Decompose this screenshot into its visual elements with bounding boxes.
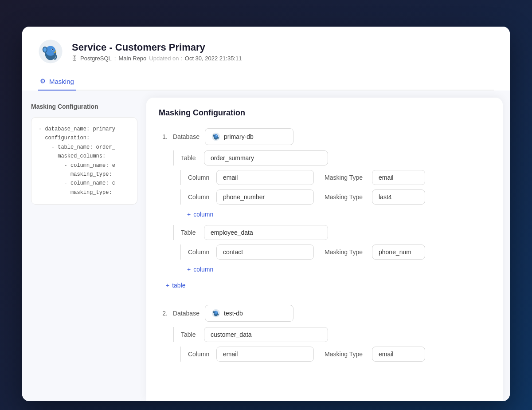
masking-field-1-1[interactable]: email [372,170,425,185]
add-table-btn-1[interactable]: + table [166,280,490,291]
masking-field-2-1[interactable]: phone_num [372,244,425,260]
svg-point-15 [213,311,215,313]
updated-value: Oct 30, 2022 21:35:11 [185,55,242,62]
table-label-3: Table [181,331,199,338]
svg-point-16 [216,311,217,312]
add-column-label-2: column [193,266,213,273]
tab-masking[interactable]: ⚙ Masking [38,73,76,91]
tabs: ⚙ Masking [38,73,494,91]
add-table-label-1: table [172,282,185,289]
column-field-2-1[interactable]: contact [216,244,314,260]
column-field-3-1[interactable]: email [216,347,314,362]
column-label-1-2: Column [188,193,211,201]
main-card: Service - Customers Primary 🗄 PostgreSQL… [22,27,510,401]
masking-field-3-1[interactable]: email [372,347,425,362]
table-block-3: Table customer_data Column email Masking… [173,327,490,362]
column-label-1-1: Column [188,174,211,181]
left-panel: Masking Configuration - database_name: p… [22,91,146,401]
content-area: Masking Configuration - database_name: p… [22,91,510,401]
yaml-line: masked_columns: [39,152,130,161]
add-column-btn-1[interactable]: + column [187,209,490,220]
yaml-line: - column_name: c [39,179,130,188]
separator: : [114,55,116,62]
table-block-2: Table employee_data Column contact Maski… [173,225,490,275]
right-panel: Masking Configuration 1. Database [146,98,503,401]
yaml-line: masking_type: [39,188,130,197]
yaml-card: - database_name: primary configuration: … [31,117,137,205]
right-panel-title: Masking Configuration [159,108,490,118]
column-field-1-1[interactable]: email [216,170,314,185]
tab-masking-label: Masking [49,78,74,85]
yaml-line: configuration: [39,134,130,142]
db-elephant-icon-2 [211,309,220,318]
plus-icon-col-1: + [187,211,191,218]
gear-icon: ⚙ [40,77,46,85]
db-number-1: 1. [159,133,168,140]
db-row-2: 2. Database test-db [159,305,490,322]
db-label-1: Database [173,133,200,140]
svg-point-4 [43,47,47,52]
header-meta: 🗄 PostgreSQL : Main Repo Updated on : Oc… [72,55,242,62]
column-label-2-1: Column [188,248,211,256]
plus-icon-table-1: + [166,282,169,289]
table-row-2: Table employee_data [173,225,490,240]
table-field-1[interactable]: order_summary [204,150,328,166]
add-column-label-1: column [193,211,213,218]
yaml-line: - database_name: primary [39,125,130,134]
masking-label-1-2: Masking Type [325,193,367,201]
db-section-2: 2. Database test-db [159,305,490,362]
db-section-1: 1. Database primary-db [159,128,490,291]
column-field-1-2[interactable]: phone_number [216,189,314,205]
header: Service - Customers Primary 🗄 PostgreSQL… [22,27,510,91]
db-field-1[interactable]: primary-db [205,128,293,145]
column-block-2: Column contact Masking Type phone_num [180,244,490,260]
yaml-line: - table_name: order_ [39,143,130,152]
table-field-3[interactable]: customer_data [204,327,328,342]
table-row-3: Table customer_data [173,327,490,342]
table-label-1: Table [181,154,199,162]
yaml-line: - column_name: e [39,161,130,170]
db-field-2[interactable]: test-db [205,305,293,322]
table-row-1: Table order_summary [173,150,490,166]
table-label-2: Table [181,229,199,236]
table-block-1: Table order_summary Column email Masking… [173,150,490,220]
db-elephant-icon-1 [211,132,220,141]
masking-field-1-2[interactable]: last4 [372,189,425,205]
column-row-1-2: Column phone_number Masking Type last4 [180,189,490,205]
table-field-2[interactable]: employee_data [204,225,328,240]
db-label-2: Database [173,310,200,317]
column-row-2-1: Column contact Masking Type phone_num [180,244,490,260]
svg-point-6 [52,49,53,50]
db-number-2: 2. [159,310,168,317]
column-row-3-1: Column email Masking Type email [180,347,490,362]
updated-label: Updated on : [149,55,182,62]
column-block-3: Column email Masking Type email [180,347,490,362]
column-row-1-1: Column email Masking Type email [180,170,490,185]
svg-point-10 [213,134,215,137]
masking-label-2-1: Masking Type [325,248,367,256]
plus-icon-col-2: + [187,266,191,273]
db-type: PostgreSQL [80,55,112,62]
column-block-1: Column email Masking Type email Column p… [180,170,490,205]
masking-label-3-1: Masking Type [325,351,367,358]
db-icon: 🗄 [72,55,78,62]
add-column-btn-2[interactable]: + column [187,264,490,275]
db-value-2: test-db [224,310,243,317]
yaml-line: masking_type: [39,170,130,179]
postgres-logo [38,39,63,64]
column-label-3-1: Column [188,351,211,358]
left-panel-title: Masking Configuration [31,103,137,110]
svg-point-11 [216,135,217,135]
repo-name: Main Repo [118,55,146,62]
masking-label-1-1: Masking Type [325,174,367,181]
db-value-1: primary-db [224,133,254,140]
db-row-1: 1. Database primary-db [159,128,490,145]
service-title: Service - Customers Primary [72,42,242,53]
